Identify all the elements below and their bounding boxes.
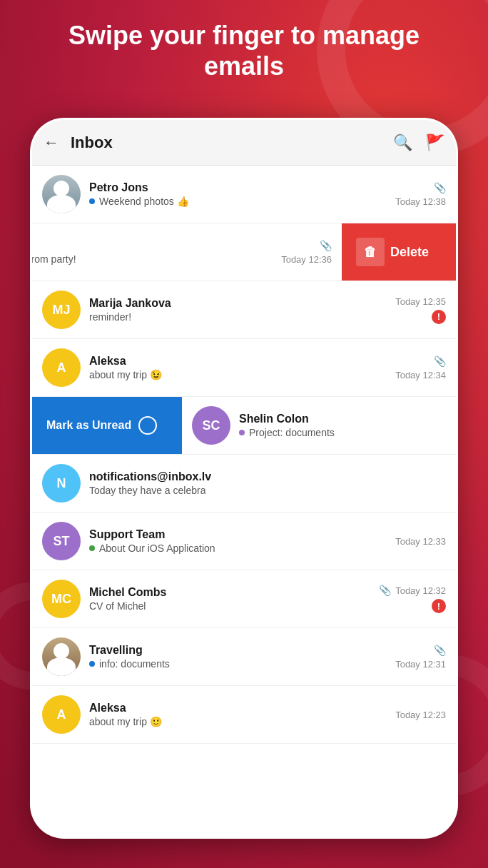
avatar: A — [42, 348, 81, 387]
sender-name: Support Team — [89, 528, 390, 541]
phone-frame: ← Inbox 🔍 🚩 Petro Jons Weekend photos 👍 — [30, 118, 458, 839]
email-time: Today 12:38 — [395, 196, 446, 207]
sender-name: Aleksa — [89, 702, 390, 715]
search-icon[interactable]: 🔍 — [393, 133, 412, 152]
urgent-badge: ! — [432, 310, 446, 324]
avatar: ST — [42, 522, 81, 560]
delete-action[interactable]: 🗑 Delete — [342, 223, 456, 281]
attachment-icon: 📎 — [434, 182, 446, 193]
delete-label: Delete — [390, 245, 429, 260]
email-time: Today 12:33 — [395, 536, 446, 547]
app-title: Inbox — [71, 133, 393, 152]
email-meta: Today 12:33 — [395, 536, 446, 547]
email-content: notifications@inbox.lv Today they have a… — [89, 470, 440, 496]
avatar — [42, 175, 81, 213]
email-list: Petro Jons Weekend photos 👍 📎 Today 12:3… — [32, 166, 456, 837]
email-subject: Today they have a celebra — [89, 485, 205, 496]
list-item[interactable]: A Aleksa about my trip 😉 📎 Today 12:34 — [32, 339, 456, 397]
email-time: Today 12:35 — [395, 296, 446, 307]
unread-dot — [89, 545, 95, 551]
email-subject: y new fotos from party! — [32, 253, 76, 265]
email-content: Aleksa about my trip 😉 — [89, 355, 390, 380]
flag-icon[interactable]: 🚩 — [425, 133, 444, 152]
unread-dot — [89, 661, 95, 667]
email-meta: Today 12:35 ! — [395, 296, 446, 324]
list-item[interactable]: ST Support Team About Our iOS Applicatio… — [32, 513, 456, 570]
hero-title: Swipe your finger to manage emails — [0, 20, 488, 81]
email-subject: Weekend photos 👍 — [99, 196, 189, 207]
avatar: A — [42, 695, 81, 734]
email-content: Support Team About Our iOS Application — [89, 528, 390, 554]
email-meta: 📎 Today 12:36 — [281, 240, 332, 265]
delete-icon: 🗑 — [356, 238, 385, 266]
email-meta: 📎 Today 12:31 — [395, 645, 446, 670]
attachment-icon: 📎 — [434, 645, 446, 656]
sender-name: Jans — [32, 239, 275, 252]
email-content: Jans y new fotos from party! — [32, 239, 275, 265]
email-subject: info: documents — [99, 658, 170, 670]
email-meta: 📎 Today 12:34 — [395, 355, 446, 380]
email-subject: about my trip 😉 — [89, 369, 162, 380]
email-time: Today 12:34 — [395, 370, 446, 380]
list-item[interactable]: MJ Marija Jankova reminder! Today 12:35 … — [32, 281, 456, 339]
unread-dot — [239, 430, 245, 435]
sender-name: Petro Jons — [89, 181, 390, 194]
email-time: Today 12:36 — [281, 254, 332, 265]
list-item[interactable]: MC Michel Combs CV of Michel 📎 Today 12:… — [32, 570, 456, 628]
avatar: MC — [42, 580, 81, 618]
attachment-icon: 📎 — [320, 240, 332, 251]
attachment-icon: 📎 — [434, 355, 446, 367]
email-subject: about my trip 🙂 — [89, 716, 162, 727]
email-time: Today 12:32 — [395, 585, 446, 596]
email-subject: reminder! — [89, 311, 131, 323]
email-subject: About Our iOS Application — [99, 542, 215, 554]
mark-unread-label: Mark as Unread — [46, 419, 131, 432]
app-bar-icons: 🔍 🚩 — [393, 133, 444, 152]
sender-name: Aleksa — [89, 355, 390, 368]
avatar: SC — [192, 406, 230, 445]
email-content: Michel Combs CV of Michel — [89, 586, 373, 612]
sender-name: Travelling — [89, 644, 390, 657]
list-item[interactable]: Mark as Unread SC Shelin Colon Project: … — [32, 397, 456, 455]
attachment-icon: 📎 — [379, 585, 391, 596]
back-button[interactable]: ← — [44, 133, 59, 152]
email-meta: 📎 Today 12:38 — [395, 182, 446, 207]
email-content: Petro Jons Weekend photos 👍 — [89, 181, 390, 207]
unread-circle-icon — [138, 416, 157, 435]
avatar: MJ — [42, 291, 81, 329]
email-content: Aleksa about my trip 🙂 — [89, 702, 390, 727]
email-meta: Today 12:23 — [395, 710, 446, 720]
mark-unread-action[interactable]: Mark as Unread — [32, 397, 182, 454]
urgent-badge: ! — [432, 599, 446, 613]
list-item[interactable]: A Aleksa about my trip 🙂 Today 12:23 — [32, 686, 456, 744]
list-item[interactable]: N notifications@inbox.lv Today they have… — [32, 455, 456, 513]
list-item[interactable]: Travelling info: documents 📎 Today 12:31 — [32, 628, 456, 686]
avatar — [42, 637, 81, 676]
email-subject: Project: documents — [249, 427, 335, 438]
email-subject: CV of Michel — [89, 600, 146, 612]
email-content: Marija Jankova reminder! — [89, 297, 390, 323]
sender-name: Michel Combs — [89, 586, 373, 599]
list-item[interactable]: 🗑 Delete Jans y new fotos from party! 📎 … — [32, 223, 456, 281]
app-bar: ← Inbox 🔍 🚩 — [32, 120, 456, 166]
sender-name: Marija Jankova — [89, 297, 390, 310]
email-meta: 📎 Today 12:32 ! — [379, 585, 446, 613]
email-content: Shelin Colon Project: documents — [239, 413, 456, 438]
email-content: Travelling info: documents — [89, 644, 390, 670]
unread-dot — [89, 198, 95, 204]
email-time: Today 12:23 — [395, 710, 446, 720]
email-time: Today 12:31 — [395, 659, 446, 670]
sender-name: notifications@inbox.lv — [89, 470, 440, 483]
sender-name: Shelin Colon — [239, 413, 456, 425]
avatar: N — [42, 464, 81, 503]
list-item[interactable]: Petro Jons Weekend photos 👍 📎 Today 12:3… — [32, 166, 456, 223]
